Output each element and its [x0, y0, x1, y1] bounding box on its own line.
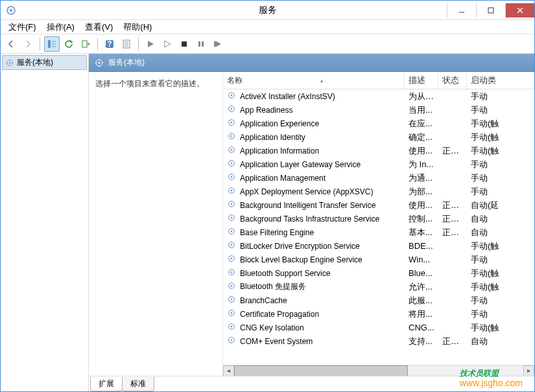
- window-title: 服务: [259, 5, 277, 16]
- content-pane: 服务(本地) 选择一个项目来查看它的描述。 名称▴ 描述 状态 启动类 Acti…: [89, 54, 534, 391]
- start-service-button[interactable]: [160, 36, 175, 52]
- details-view-button[interactable]: [44, 36, 60, 52]
- menu-view[interactable]: 查看(V): [80, 20, 118, 34]
- horizontal-scrollbar[interactable]: ◄ ►: [223, 365, 534, 376]
- properties-button[interactable]: [119, 36, 134, 52]
- service-row[interactable]: Application Management为通...手动: [223, 171, 534, 185]
- service-desc-cell: CNG...: [405, 323, 438, 332]
- menubar: 文件(F) 操作(A) 查看(V) 帮助(H): [1, 20, 534, 34]
- gear-icon: [227, 200, 240, 211]
- service-desc-cell: 为从 ...: [405, 91, 438, 102]
- restart-button[interactable]: [210, 36, 226, 52]
- footer-tabs: 扩展 标准: [89, 376, 534, 391]
- gear-icon: [227, 104, 240, 115]
- service-row[interactable]: Block Level Backup Engine ServiceWin...手…: [223, 253, 534, 266]
- svg-point-22: [9, 62, 11, 63]
- services-list: 名称▴ 描述 状态 启动类 ActiveX Installer (AxInstS…: [222, 72, 534, 376]
- close-button[interactable]: [505, 3, 534, 17]
- menu-action[interactable]: 操作(A): [42, 20, 80, 34]
- gear-icon: [227, 240, 240, 251]
- service-row[interactable]: Bluetooth Support ServiceBlue...手动(触: [223, 266, 534, 280]
- menu-file[interactable]: 文件(F): [3, 20, 42, 34]
- svg-point-32: [231, 135, 233, 137]
- gear-icon: [227, 213, 240, 224]
- service-row[interactable]: Application Layer Gateway Service为 In...…: [223, 157, 534, 171]
- description-prompt: 选择一个项目来查看它的描述。: [95, 78, 216, 89]
- svg-point-1: [10, 9, 12, 12]
- service-name: Base Filtering Engine: [240, 228, 314, 237]
- service-startup-cell: 自动: [467, 213, 534, 225]
- svg-point-58: [231, 312, 233, 314]
- scroll-right-icon[interactable]: ►: [523, 365, 534, 376]
- svg-point-24: [99, 62, 101, 63]
- maximize-button[interactable]: [476, 3, 505, 17]
- service-status-cell: 正在...: [438, 145, 467, 157]
- service-desc-cell: 当用...: [405, 104, 438, 116]
- service-row[interactable]: Certificate Propagation将用...手动: [223, 307, 534, 321]
- tab-extended[interactable]: 扩展: [90, 377, 123, 391]
- service-desc-cell: 支持...: [405, 336, 438, 347]
- service-startup-cell: 手动: [467, 172, 534, 184]
- pause-button[interactable]: [193, 36, 209, 52]
- service-startup-cell: 自动: [467, 336, 534, 347]
- list-body[interactable]: ActiveX Installer (AxInstSV)为从 ...手动App …: [223, 89, 534, 365]
- service-row[interactable]: COM+ Event System支持...正在...自动: [223, 334, 534, 348]
- service-name-cell: COM+ Event System: [223, 336, 405, 347]
- service-startup-cell: 手动: [467, 308, 534, 320]
- service-row[interactable]: Application Information使用...正在...手动(触: [223, 144, 534, 157]
- service-name: Certificate Propagation: [240, 310, 319, 319]
- service-row[interactable]: Bluetooth 免提服务允许...手动(触: [223, 280, 534, 294]
- svg-rect-18: [198, 41, 200, 47]
- service-row[interactable]: ActiveX Installer (AxInstSV)为从 ...手动: [223, 89, 534, 103]
- svg-point-62: [231, 340, 233, 341]
- svg-rect-10: [82, 41, 87, 47]
- service-desc-cell: 基本...: [405, 227, 438, 238]
- export-button[interactable]: [78, 36, 93, 52]
- service-row[interactable]: CNG Key IsolationCNG...手动(触: [223, 321, 534, 334]
- column-startup[interactable]: 启动类: [467, 72, 534, 89]
- service-row[interactable]: Application Experience在应...手动(触: [223, 117, 534, 130]
- svg-point-60: [231, 326, 233, 328]
- service-row[interactable]: Base Filtering Engine基本...正在...自动: [223, 225, 534, 239]
- service-row[interactable]: Application Identity确定...手动(触: [223, 130, 534, 144]
- service-desc-cell: 使用...: [405, 145, 438, 157]
- service-name-cell: Certificate Propagation: [223, 308, 405, 319]
- gear-icon: [227, 281, 240, 292]
- refresh-button[interactable]: [61, 36, 77, 52]
- stop-button[interactable]: [176, 36, 192, 52]
- service-row[interactable]: AppX Deployment Service (AppXSVC)为部...手动: [223, 185, 534, 198]
- menu-help[interactable]: 帮助(H): [118, 20, 157, 34]
- service-startup-cell: 手动(触: [467, 145, 534, 157]
- svg-rect-20: [214, 41, 215, 47]
- service-name-cell: Application Management: [223, 172, 405, 183]
- column-name[interactable]: 名称▴: [223, 72, 405, 89]
- scroll-left-icon[interactable]: ◄: [223, 365, 234, 376]
- help-button[interactable]: ?: [102, 36, 117, 52]
- tab-standard[interactable]: 标准: [122, 377, 154, 391]
- service-desc-cell: BDE...: [405, 241, 438, 251]
- service-row[interactable]: Background Tasks Infrastructure Service控…: [223, 212, 534, 225]
- scroll-thumb[interactable]: [234, 365, 408, 376]
- forward-button[interactable]: [20, 36, 36, 52]
- minimize-button[interactable]: [447, 3, 476, 17]
- service-row[interactable]: BranchCache此服...手动: [223, 294, 534, 307]
- scroll-track[interactable]: [234, 365, 523, 376]
- service-row[interactable]: Background Intelligent Transfer Service使…: [223, 198, 534, 212]
- toolbar-separator: [40, 38, 40, 51]
- service-startup-cell: 手动: [467, 186, 534, 198]
- start-button[interactable]: [143, 36, 158, 52]
- service-startup-cell: 手动: [467, 159, 534, 170]
- back-button[interactable]: [3, 36, 19, 52]
- svg-rect-19: [202, 41, 204, 47]
- service-startup-cell: 手动(触: [467, 268, 534, 279]
- column-description[interactable]: 描述: [405, 72, 438, 89]
- svg-point-56: [231, 299, 233, 301]
- tree-root-services[interactable]: 服务(本地): [2, 55, 87, 70]
- service-desc-cell: 确定...: [405, 132, 438, 143]
- service-desc-cell: 为 In...: [405, 159, 438, 170]
- svg-point-28: [231, 108, 233, 110]
- column-status[interactable]: 状态: [438, 72, 467, 89]
- service-row[interactable]: App Readiness当用...手动: [223, 103, 534, 117]
- service-row[interactable]: BitLocker Drive Encryption ServiceBDE...…: [223, 239, 534, 253]
- sort-indicator-icon: ▴: [320, 78, 323, 84]
